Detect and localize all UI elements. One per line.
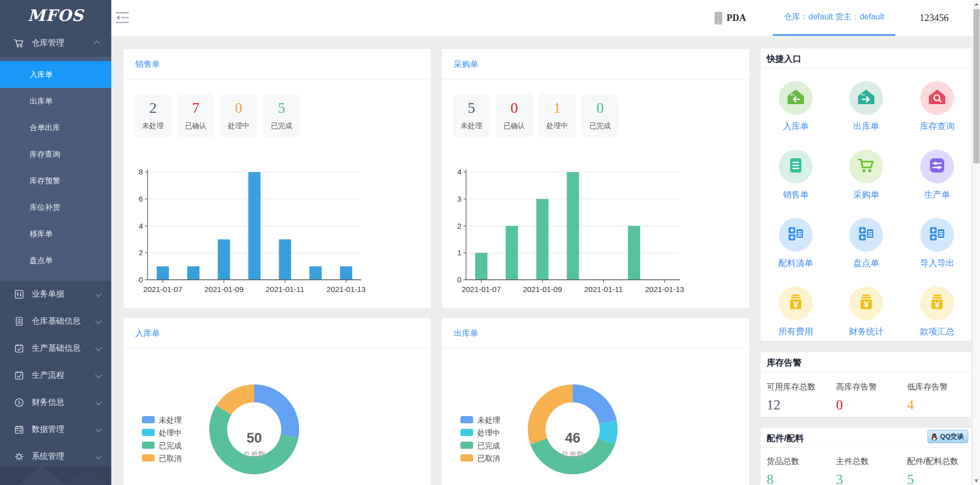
metric-label: 可用库存总数 [767, 382, 833, 393]
quick-entry-doc-circle[interactable] [779, 150, 813, 183]
sidebar-decoration [0, 467, 111, 485]
quick-entry-label[interactable]: 盘点单 [828, 257, 904, 269]
inbound-donut-chart: 未处理处理中已完成已取消50总单数 [124, 349, 431, 485]
quick-entry-label[interactable]: 生产单 [899, 189, 975, 201]
house-in-icon [787, 88, 805, 108]
quick-entry-cart-circle[interactable] [849, 150, 883, 183]
dollar-circle-icon: $ [14, 398, 24, 408]
quick-entry-house-in-circle[interactable] [779, 81, 813, 115]
submenu-item-transfer-order[interactable]: 移库单 [0, 221, 111, 247]
svg-text:2: 2 [139, 248, 143, 257]
svg-text:已完成: 已完成 [159, 441, 182, 450]
quick-entry-house-search-circle[interactable] [920, 81, 954, 115]
sidebar-item-label: 系统管理 [32, 451, 64, 462]
quick-entry-transfer-doc-circle[interactable] [779, 218, 813, 252]
quick-entry-label[interactable]: 所有费用 [757, 326, 834, 337]
svg-text:未处理: 未处理 [477, 416, 500, 424]
quick-entry-label[interactable]: 出库单 [828, 120, 904, 132]
sidebar-collapse-icon[interactable] [115, 11, 130, 25]
qq-chat-button[interactable]: QQ交谈 [927, 430, 968, 443]
quick-entry-label[interactable]: 销售单 [757, 189, 834, 201]
submenu-item-inventory-query[interactable]: 库存查询 [0, 141, 111, 167]
metric-label: 高库存告警 [836, 382, 902, 393]
quick-entry-house-out-circle[interactable] [849, 81, 883, 115]
transfer-doc-icon [857, 225, 875, 245]
stat-tile: 5 已完成 [263, 93, 300, 138]
submenu-item-inventory-alert[interactable]: 库存预警 [0, 167, 111, 194]
quick-entry-label[interactable]: 库存查询 [899, 120, 975, 132]
card-title-sales[interactable]: 销售单 [124, 49, 431, 80]
sidebar-item-label: 生产流程 [32, 370, 64, 381]
svg-text:2021-01-09: 2021-01-09 [523, 285, 562, 294]
quick-entry-label[interactable]: 款项汇总 [899, 326, 975, 337]
mobile-phone-icon [715, 12, 722, 25]
sidebar-item-finance-info[interactable]: $ 财务信息 [0, 389, 111, 416]
scrollbar-up-arrow[interactable] [974, 3, 978, 6]
svg-text:4: 4 [139, 222, 143, 230]
submenu-item-inbound-order[interactable]: 入库单 [0, 61, 111, 88]
purchase-order-card: 采购单 5 未处理 0 已确认 1 处理中 0 已完成 012342021-01… [442, 49, 749, 308]
stat-label: 已完成 [263, 122, 300, 131]
stat-value: 0 [496, 100, 533, 115]
quick-entry-transfer-doc-circle[interactable] [920, 218, 954, 252]
quick-entry-label[interactable]: 配料清单 [757, 257, 834, 269]
parts-col: 配件/配料总数 5 [907, 456, 973, 485]
quick-entry-transfer-doc-circle[interactable] [849, 218, 883, 252]
svg-text:2021-01-07: 2021-01-07 [462, 285, 501, 294]
quick-entry-label[interactable]: 导入导出 [899, 257, 975, 269]
svg-text:总单数: 总单数 [561, 450, 584, 458]
stat-label: 未处理 [453, 122, 490, 131]
svg-text:6: 6 [139, 195, 143, 203]
sidebar-item-warehouse-base-info[interactable]: 仓库基础信息 [0, 308, 111, 335]
stock-alert-col: 可用库存总数 12 [767, 382, 833, 413]
gear-icon [14, 452, 24, 462]
sidebar-group-warehouse-management[interactable]: 仓库管理 [0, 30, 111, 57]
submenu-item-replenishment[interactable]: 库位补货 [0, 194, 111, 221]
stat-tile: 1 处理中 [538, 93, 576, 138]
sidebar-item-label: 仓库基础信息 [32, 316, 81, 327]
parts-col: 主件总数 3 [836, 456, 902, 485]
quick-entry-panel: 快捷入口 入库单出库单库存查询销售单采购单生产单配料清单盘点单导入导出所有费用财… [761, 48, 971, 341]
transfer-doc-icon [928, 225, 946, 245]
submenu-item-stocktake-order[interactable]: 盘点单 [0, 247, 111, 274]
svg-text:2: 2 [457, 222, 461, 230]
sidebar-item-data-management[interactable]: 数据管理 [0, 416, 111, 443]
quick-entry-label[interactable]: 财务统计 [828, 326, 904, 337]
submenu-item-outbound-order[interactable]: 出库单 [0, 88, 111, 114]
svg-text:2021-01-09: 2021-01-09 [204, 285, 243, 294]
submenu-item-merged-outbound[interactable]: 合单出库 [0, 114, 111, 141]
quick-entry-money-circle[interactable] [849, 286, 883, 320]
sidebar-item-production-flow[interactable]: 生产流程 [0, 362, 111, 389]
app-logo[interactable]: MFOS [0, 0, 111, 30]
quick-entry-sliders-circle[interactable] [920, 150, 954, 183]
svg-text:处理中: 处理中 [159, 428, 182, 437]
card-title-inbound[interactable]: 入库单 [124, 318, 431, 349]
calendar-data-icon [14, 425, 24, 435]
scrollbar-thumb[interactable] [973, 9, 979, 163]
quick-entry-money-circle[interactable] [779, 286, 813, 320]
parts-panel: 配件/配料 QQ交谈 货品总数 8 主件总数 3 [761, 428, 971, 485]
user-number[interactable]: 123456 [895, 12, 973, 23]
sidebar-item-production-base-info[interactable]: 生产基础信息 [0, 335, 111, 362]
stock-alert-title: 库存告警 [761, 352, 971, 373]
scrollbar-down-arrow[interactable] [974, 479, 978, 482]
warehouse-owner-tab[interactable]: 仓库：default 货主：default [773, 0, 895, 36]
pda-link[interactable]: PDA [715, 12, 747, 25]
stat-label: 未处理 [134, 122, 172, 131]
stat-value: 0 [220, 100, 257, 115]
sidebar-item-label: 财务信息 [32, 397, 64, 408]
sidebar-item-label: 数据管理 [32, 424, 64, 435]
chevron-down-icon [95, 290, 102, 297]
card-title-purchase[interactable]: 采购单 [442, 49, 749, 80]
qq-penguin-icon [930, 433, 938, 441]
svg-text:2021-01-13: 2021-01-13 [327, 285, 366, 294]
sidebar-item-business-docs[interactable]: 业务单据 [0, 281, 111, 308]
card-title-outbound[interactable]: 出库单 [442, 318, 749, 349]
quick-entry-label[interactable]: 采购单 [828, 189, 904, 201]
sidebar-item-label: 生产基础信息 [32, 343, 81, 354]
quick-entry-label[interactable]: 入库单 [757, 120, 834, 132]
quick-entry-money-circle[interactable] [920, 286, 954, 320]
qq-chat-label: QQ交谈 [940, 426, 964, 447]
page-scrollbar[interactable] [973, 0, 980, 485]
metric-value: 12 [767, 397, 833, 413]
